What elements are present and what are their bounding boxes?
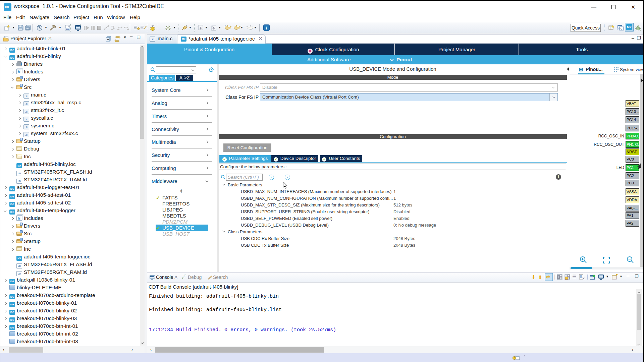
svg-text:C: C <box>621 27 622 30</box>
svg-text:010: 010 <box>66 28 69 31</box>
